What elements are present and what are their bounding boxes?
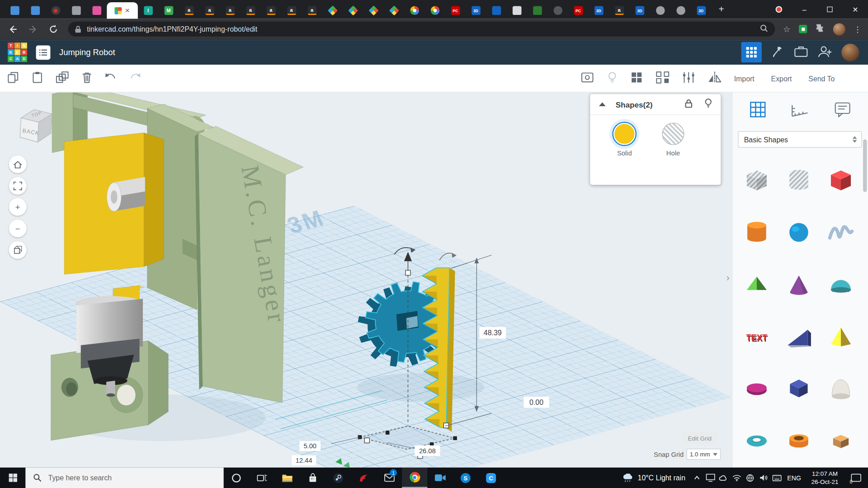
browser-tab-active[interactable]: ✕ [107,2,138,19]
perspective-toggle-button[interactable] [9,241,27,259]
browser-tab-tinkercad[interactable] [343,2,363,19]
browser-tab-pc[interactable]: PC [445,2,465,19]
monitor-icon[interactable] [703,468,717,488]
browser-menu-icon[interactable]: ⋮ [854,24,861,33]
fit-view-button[interactable] [9,177,27,195]
lock-shape-icon[interactable] [685,99,693,110]
url-field[interactable]: tinkercad.com/things/hn1PNfi2P4Y-jumping… [68,22,775,37]
collapse-panel-icon[interactable] [599,103,606,107]
browser-tab-google[interactable] [404,2,425,19]
browser-tab-doc[interactable] [506,2,527,19]
dim-height-label[interactable]: 48.39 [479,327,506,339]
shape-box[interactable] [820,155,862,206]
taskbar-file-explorer[interactable] [274,468,300,488]
shape-hole-cylinder[interactable] [778,155,820,206]
shape-hexagonal-prism[interactable] [820,414,862,466]
shape-pyramid[interactable] [820,310,862,362]
hidden-icons-chevron[interactable] [690,468,703,488]
shape-round-roof[interactable] [736,362,778,414]
taskbar-steam[interactable] [326,468,351,488]
shape-cone[interactable] [778,258,820,310]
account-avatar[interactable] [841,43,859,61]
zoom-in-button[interactable]: + [9,198,27,216]
send-to-button[interactable]: Send To [808,75,835,83]
hole-swatch[interactable] [662,123,684,145]
start-button[interactable] [0,468,25,488]
copy-icon[interactable] [7,71,20,86]
browser-tab-pc[interactable]: PC [568,2,588,19]
extensions-puzzle-icon[interactable] [816,23,825,35]
browser-tab-dot-gray[interactable] [650,2,670,19]
browser-tab-tinkercad[interactable] [363,2,383,19]
shape-category-select[interactable]: Basic Shapes [738,131,862,148]
screen-record-icon[interactable] [766,0,792,19]
duplicate-icon[interactable] [55,71,70,86]
browser-tab-amazon[interactable]: a [220,2,240,19]
tinkercad-logo[interactable]: TINKERCAD [8,42,27,62]
taskbar-camera[interactable] [427,468,453,488]
design-title[interactable]: Jumping Robot [59,47,115,57]
taskbar-cortana[interactable] [224,468,249,488]
taskbar-dragon-center[interactable] [351,468,376,488]
sidebar-scrollbar[interactable] [863,140,867,192]
raise-handle[interactable] [404,252,412,261]
browser-tab-3d[interactable]: 3D [589,2,609,19]
browser-tab-tinkercad[interactable] [322,2,343,19]
browser-tab-tinkercad[interactable] [384,2,404,19]
import-button[interactable]: Import [734,75,755,83]
language-indicator[interactable]: ENG [783,474,805,481]
extension-green-icon[interactable] [799,25,807,33]
add-user-icon[interactable] [817,45,832,60]
zoom-page-icon[interactable] [759,23,768,34]
browser-tab-red-dot[interactable] [45,2,66,19]
align-icon[interactable] [682,71,695,86]
volume-icon[interactable] [757,468,770,488]
browser-tab-app-blue[interactable] [5,2,25,19]
shape-hole-box[interactable] [736,155,778,206]
solid-option[interactable]: Solid [613,123,636,157]
browser-tab-3d[interactable]: 3D [466,2,486,19]
search-input[interactable] [47,473,185,483]
taskbar-cura[interactable]: C [478,468,504,488]
sidebar-collapse-handle[interactable]: › [723,268,732,287]
window-close-button[interactable]: ✕ [843,0,868,19]
browser-profile-avatar[interactable] [833,23,845,35]
browser-tab-amazon[interactable]: a [281,2,302,19]
browser-tab-amazon[interactable]: a [261,2,281,19]
refresh-icon[interactable] [47,23,60,35]
shape-text[interactable]: TEXTTEXT [736,310,778,362]
dim-c-label[interactable]: 26.08 [415,446,440,456]
solid-swatch[interactable] [613,123,636,145]
view-cube[interactable]: TOP BACK [13,104,74,149]
browser-tab-amazon[interactable]: a [302,2,322,19]
shape-cylinder[interactable] [736,206,778,258]
action-center-icon[interactable]: 8 [845,473,868,483]
ruler-tool-tab[interactable] [785,98,816,121]
taskbar-skype[interactable]: S [453,468,478,488]
redo-icon[interactable] [128,71,143,86]
taskbar-task-view[interactable] [249,468,274,488]
delete-icon[interactable] [81,71,93,86]
dim-b-label[interactable]: 12.44 [292,455,316,465]
home-view-button[interactable] [9,155,27,173]
browser-tab-google[interactable] [425,2,445,19]
shape-scribble[interactable] [820,206,862,258]
paste-icon[interactable] [31,71,44,86]
notes-tab[interactable] [827,98,858,121]
tools-icon[interactable] [770,44,785,61]
shape-tube[interactable] [778,414,820,466]
browser-tab-amazon[interactable]: a [609,2,629,19]
edit-grid-button[interactable]: Edit Grid [683,433,717,444]
shape-half-sphere[interactable] [820,258,862,310]
browser-tab-pink-app[interactable] [86,2,107,19]
hide-shape-icon[interactable] [705,99,712,110]
ungroup-icon[interactable] [656,71,670,86]
group-icon[interactable] [630,71,643,86]
briefcase-icon[interactable] [794,45,808,60]
taskbar-mail[interactable]: 1 [377,468,402,488]
show-all-icon[interactable] [580,71,594,86]
design-menu-icon[interactable] [36,45,51,60]
shape-wedge[interactable] [778,310,820,362]
shapes-library-tab[interactable] [742,98,774,121]
wifi-icon[interactable] [730,468,743,488]
